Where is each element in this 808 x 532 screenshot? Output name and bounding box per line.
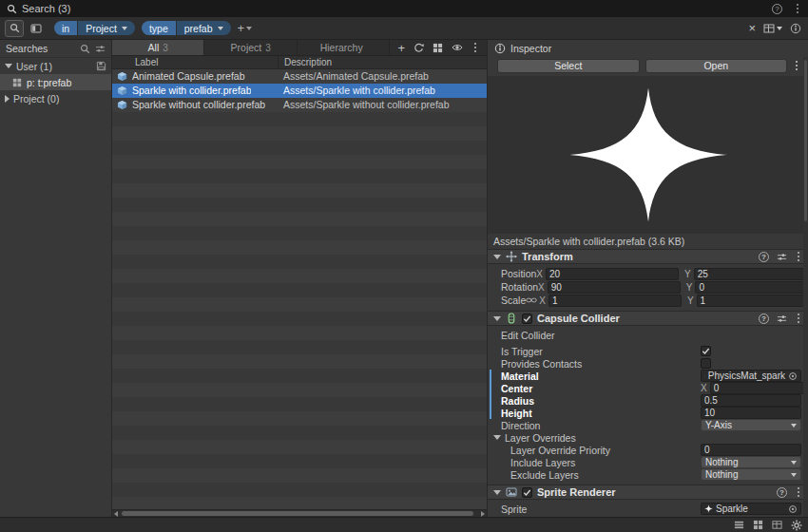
inspector-icon xyxy=(494,43,506,54)
help-icon[interactable]: ? xyxy=(759,252,769,262)
foldout-open-icon[interactable] xyxy=(493,490,501,495)
rotation-y-field[interactable] xyxy=(695,281,808,294)
search-icon[interactable] xyxy=(80,44,90,54)
sparkle-preview-image xyxy=(565,84,732,226)
component-menu-icon[interactable] xyxy=(795,252,802,261)
query-icon xyxy=(12,78,22,87)
tab-project[interactable]: Project3 xyxy=(204,40,297,55)
add-filter-button[interactable]: + xyxy=(238,22,253,34)
list-view-icon[interactable] xyxy=(734,520,744,530)
scrollbar-thumb[interactable] xyxy=(122,511,473,516)
unity-search-window: Search (3) ? in Project type prefab + × xyxy=(0,0,808,532)
component-menu-icon[interactable] xyxy=(795,314,802,323)
sprite-renderer-icon xyxy=(506,486,517,498)
radius-row: Radius xyxy=(488,394,808,407)
result-row[interactable]: Animated Capsule.prefab Assets/Animated … xyxy=(112,69,487,84)
exclude-layers-dropdown[interactable]: Nothing xyxy=(701,468,801,481)
sprite-renderer-header[interactable]: Sprite Renderer ? xyxy=(488,484,808,500)
direction-dropdown[interactable]: Y-Axis xyxy=(701,419,801,431)
sidebar-group-user[interactable]: User (1) xyxy=(0,58,111,74)
add-tab-icon[interactable]: + xyxy=(397,42,405,54)
saved-search-item[interactable]: p: t:prefab xyxy=(0,74,111,90)
sprite-icon xyxy=(704,504,713,513)
component-menu-icon[interactable] xyxy=(795,487,802,497)
saved-searches-toggle[interactable] xyxy=(27,20,46,37)
view-mode-button[interactable] xyxy=(763,23,782,34)
results-tabbar: All3 Project3 Hierarchy + xyxy=(112,40,487,56)
position-row: Position X Y Z xyxy=(488,267,808,280)
filter-icon[interactable] xyxy=(95,44,106,54)
scale-x-field[interactable] xyxy=(548,294,682,307)
presets-icon[interactable] xyxy=(777,252,787,262)
center-x-field[interactable] xyxy=(710,382,808,394)
info-icon[interactable] xyxy=(790,23,801,34)
filter-value-prefab[interactable]: prefab xyxy=(177,21,231,35)
check-icon xyxy=(702,347,710,355)
result-row[interactable]: Sparkle without collider.prefab Assets/S… xyxy=(112,98,487,112)
position-y-field[interactable] xyxy=(694,268,808,280)
filter-value-project[interactable]: Project xyxy=(78,21,135,35)
capsule-collider-icon xyxy=(506,313,517,324)
settings-gear-icon[interactable] xyxy=(791,520,802,531)
layer-overrides-foldout[interactable]: Layer Overrides xyxy=(488,431,808,444)
scale-y-field[interactable] xyxy=(697,294,808,307)
refresh-icon[interactable] xyxy=(414,43,424,53)
filter-key-in[interactable]: in xyxy=(54,21,77,35)
select-button[interactable]: Select xyxy=(497,59,640,73)
object-picker-icon[interactable] xyxy=(788,371,798,381)
tab-all[interactable]: All3 xyxy=(112,40,204,55)
link-icon[interactable] xyxy=(526,294,537,306)
sprite-field[interactable]: Sparkle xyxy=(701,503,801,515)
foldout-open-icon[interactable] xyxy=(493,316,501,321)
layer-override-priority-field[interactable] xyxy=(701,444,801,456)
check-icon xyxy=(523,314,531,323)
results-menu-icon[interactable] xyxy=(471,43,479,52)
clear-search-icon[interactable]: × xyxy=(748,22,756,34)
filter-key-type[interactable]: type xyxy=(142,21,176,35)
column-description[interactable]: Description xyxy=(278,56,332,69)
material-field[interactable]: PhysicsMat_spark xyxy=(701,370,801,382)
tab-hierarchy[interactable]: Hierarchy xyxy=(298,40,390,55)
height-field[interactable] xyxy=(701,407,801,419)
object-picker-icon[interactable] xyxy=(788,504,798,514)
open-button[interactable]: Open xyxy=(645,59,788,73)
query-chips: in Project type prefab + xyxy=(54,21,745,35)
capsule-collider-header[interactable]: Capsule Collider ? xyxy=(488,311,808,326)
presets-icon[interactable] xyxy=(777,314,787,324)
is-trigger-checkbox[interactable] xyxy=(701,346,711,356)
result-row-selected[interactable]: Sparkle with collider.prefab Assets/Spar… xyxy=(112,84,487,98)
saved-searches-panel: Searches User (1) p: t:prefab Project (0… xyxy=(0,40,112,517)
foldout-open-icon xyxy=(493,435,501,440)
transform-header[interactable]: Transform ? xyxy=(488,249,808,264)
window-title: Search (3) xyxy=(22,3,70,14)
save-icon[interactable] xyxy=(96,61,106,71)
provides-contacts-checkbox[interactable] xyxy=(701,358,711,369)
transform-icon xyxy=(506,251,517,262)
rotation-x-field[interactable] xyxy=(548,281,681,294)
horizontal-scrollbar[interactable] xyxy=(112,509,487,517)
inspector-scrollbar[interactable] xyxy=(803,57,808,517)
inspector-menu-icon[interactable] xyxy=(793,61,800,70)
status-bar xyxy=(0,517,808,532)
sidebar-group-project[interactable]: Project (0) xyxy=(0,90,111,106)
sprite-renderer-enabled-checkbox[interactable] xyxy=(522,487,532,498)
window-menu-icon[interactable] xyxy=(794,4,801,13)
preview-toggle-icon[interactable] xyxy=(452,42,463,53)
radius-field[interactable] xyxy=(701,394,801,407)
help-icon[interactable]: ? xyxy=(777,487,787,498)
gallery-view-icon[interactable] xyxy=(433,43,443,53)
edit-collider-row: Edit Collider xyxy=(488,329,808,341)
inspector-title: Inspector xyxy=(510,43,551,54)
foldout-open-icon[interactable] xyxy=(493,255,501,259)
help-icon[interactable]: ? xyxy=(772,4,782,14)
query-builder-toggle[interactable] xyxy=(5,20,24,37)
grid-view-icon[interactable] xyxy=(753,520,763,530)
help-icon[interactable]: ? xyxy=(759,314,769,324)
position-x-field[interactable] xyxy=(546,268,679,280)
column-label[interactable]: Label xyxy=(135,56,158,69)
capsule-collider-enabled-checkbox[interactable] xyxy=(522,314,532,324)
scrollbar-thumb[interactable] xyxy=(804,60,807,221)
table-view-icon[interactable] xyxy=(772,520,782,530)
include-layers-dropdown[interactable]: Nothing xyxy=(701,456,801,468)
chevron-down-icon xyxy=(791,424,797,428)
